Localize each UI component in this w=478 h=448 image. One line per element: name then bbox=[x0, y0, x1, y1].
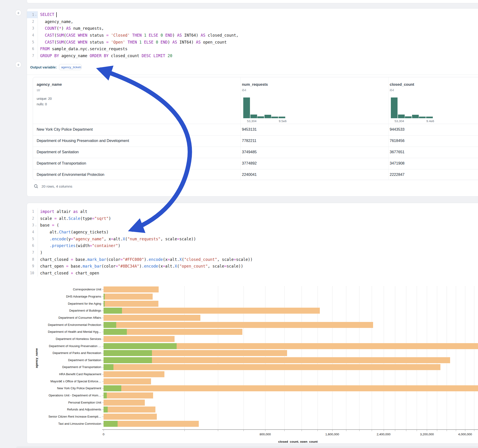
code-line[interactable]: 6 .properties(width="container") bbox=[27, 242, 478, 249]
table-row[interactable]: Department of Sanitation37494853677651 bbox=[33, 147, 478, 158]
histogram-bar bbox=[405, 116, 412, 118]
column-type-num-requests: i64 bbox=[242, 88, 246, 92]
code-line[interactable]: 2scale = alt.Scale(type="sqrt") bbox=[27, 215, 478, 222]
line-number: 3⌄ bbox=[27, 222, 38, 229]
histogram-bar bbox=[391, 98, 397, 118]
row-count-label: 20 rows, 4 columns bbox=[42, 184, 72, 188]
code-text: CAST(SUM(CASE WHEN status = 'Open' THEN … bbox=[38, 40, 227, 44]
chart-bar-closed bbox=[104, 315, 200, 321]
table-row[interactable]: New York City Police Department945313194… bbox=[33, 124, 478, 136]
code-line[interactable]: 3 COUNT(*) AS num_requests, bbox=[27, 25, 478, 32]
code-line[interactable]: 4 alt.Chart(agency_tickets) bbox=[27, 229, 478, 236]
x-axis-tick bbox=[437, 430, 437, 431]
table-row[interactable]: Department of Transportation377489234719… bbox=[33, 158, 478, 169]
code-line[interactable]: 5 CAST(SUM(CASE WHEN status = 'Open' THE… bbox=[27, 39, 478, 46]
y-axis-label: Department for the Aging bbox=[32, 302, 101, 305]
column-type-agency-name: str bbox=[37, 88, 40, 92]
code-line[interactable]: 5 .encode(y="agency_name", x=alt.X("num_… bbox=[27, 236, 478, 243]
table-footer: 20 rows, 4 columns bbox=[34, 184, 72, 188]
y-axis-label: Department of Buildings bbox=[32, 309, 101, 312]
y-axis-label: Correspondence Unit bbox=[32, 288, 101, 291]
code-line[interactable]: 8chart_closed = base.mark_bar(color="#FF… bbox=[27, 256, 478, 263]
line-number: 8 bbox=[27, 256, 38, 263]
chart-bar-open bbox=[104, 301, 105, 307]
x-axis-domain bbox=[102, 429, 478, 430]
column-stat-unique: unique: 20 bbox=[37, 97, 52, 100]
results-table-panel: agency_name str unique: 20 nulls: 0 num_… bbox=[33, 77, 478, 180]
column-header-closed-count[interactable]: closed_count bbox=[390, 82, 414, 87]
code-line[interactable]: 1import altair as alt bbox=[27, 208, 478, 215]
column-type-closed-count: i64 bbox=[390, 88, 394, 92]
histogram-num-requests bbox=[243, 98, 286, 118]
x-axis-tick bbox=[474, 430, 474, 431]
line-number: 4 bbox=[27, 229, 38, 236]
x-axis-tick-label: 2,400,000 bbox=[377, 433, 391, 436]
table-cell: 9443533 bbox=[390, 127, 404, 132]
x-axis-tick-label: 1,600,000 bbox=[325, 433, 339, 436]
code-text: scale = alt.Scale(type="sqrt") bbox=[38, 216, 111, 221]
python-cell: 1import altair as alt2scale = alt.Scale(… bbox=[27, 203, 478, 444]
add-block-button-top[interactable]: + bbox=[15, 10, 21, 16]
histogram-max-label: 9.4e6 bbox=[426, 119, 434, 123]
python-code-editor[interactable]: 1import altair as alt2scale = alt.Scale(… bbox=[27, 208, 478, 277]
chart-bar-closed bbox=[104, 414, 157, 420]
chart-bar-closed bbox=[104, 336, 175, 342]
y-axis-label: Operations Unit - Department of Hom… bbox=[32, 394, 101, 397]
line-number: 5 bbox=[27, 39, 38, 46]
fold-chevron-icon[interactable]: ⌄ bbox=[34, 13, 38, 16]
chart-bar-open bbox=[104, 329, 127, 335]
add-block-button-output[interactable]: + bbox=[15, 62, 21, 68]
x-axis-tick bbox=[184, 430, 185, 431]
histogram-bar bbox=[264, 115, 271, 118]
x-axis-tick bbox=[346, 430, 346, 431]
search-icon[interactable] bbox=[34, 184, 38, 188]
code-line[interactable]: 7) bbox=[27, 249, 478, 256]
chart-bar-open bbox=[104, 364, 113, 370]
chart-bar-closed bbox=[104, 406, 155, 412]
x-axis-tick bbox=[244, 430, 244, 431]
code-text: base = ( bbox=[38, 223, 59, 227]
table-cell: Department of Sanitation bbox=[37, 150, 79, 154]
code-line[interactable]: 10chart_closed + chart_open bbox=[27, 270, 478, 277]
column-header-agency-name[interactable]: agency_name bbox=[37, 82, 62, 87]
fold-chevron-icon[interactable]: ⌄ bbox=[34, 224, 38, 227]
chart-bar-closed bbox=[104, 301, 158, 307]
output-variable-input[interactable]: agency_tickets bbox=[59, 64, 82, 70]
column-header-num-requests[interactable]: num_requests bbox=[242, 82, 268, 87]
histogram-bar bbox=[412, 115, 419, 118]
code-line[interactable]: 1⌄SELECT bbox=[27, 11, 478, 18]
table-cell: 3471908 bbox=[390, 161, 404, 165]
line-number: 1⌄ bbox=[27, 11, 38, 18]
table-cell: 7782211 bbox=[242, 138, 256, 143]
x-axis-tick bbox=[447, 430, 447, 431]
output-variable-label: Output variable: bbox=[30, 65, 57, 69]
chart-bar-open bbox=[104, 406, 108, 412]
code-line[interactable]: 2 agency_name, bbox=[27, 18, 478, 25]
sql-code-editor[interactable]: 1⌄SELECT2 agency_name,3 COUNT(*) AS num_… bbox=[27, 11, 478, 59]
code-text: ) bbox=[38, 250, 42, 255]
code-text: alt.Chart(agency_tickets) bbox=[38, 230, 109, 234]
code-line[interactable]: 7GROUP BY agency_name ORDER BY closed_co… bbox=[27, 52, 478, 59]
code-line[interactable]: 9chart_open = base.mark_bar(color="#8BC3… bbox=[27, 263, 478, 270]
code-line[interactable]: 6FROM sample_data.nyc.service_requests bbox=[27, 45, 478, 52]
code-text: agency_name, bbox=[38, 19, 73, 24]
chart-bar-closed bbox=[104, 371, 164, 377]
table-cell: 3774892 bbox=[242, 161, 257, 165]
histogram-bar bbox=[278, 117, 285, 118]
table-row[interactable]: Department of Housing Preservation and D… bbox=[33, 135, 478, 147]
table-cell: 3677651 bbox=[390, 150, 404, 154]
table-row[interactable]: Department of Environmental Protection22… bbox=[33, 169, 478, 180]
chart-bar-closed bbox=[104, 364, 440, 370]
y-axis-label: Refunds and Adjustments bbox=[32, 408, 101, 411]
chart-bar-open bbox=[104, 357, 152, 363]
x-axis-tick bbox=[456, 430, 456, 431]
x-axis-tick-label: 4,000,000 bbox=[458, 433, 472, 436]
y-axis-label: Department of Environmental Protection bbox=[32, 323, 101, 327]
table-cell: Department of Transportation bbox=[37, 161, 86, 165]
x-axis-tick bbox=[332, 430, 333, 431]
table-cell: New York City Police Department bbox=[37, 127, 93, 132]
code-text: FROM sample_data.nyc.service_requests bbox=[38, 47, 127, 51]
code-line[interactable]: 4 CAST(SUM(CASE WHEN status = 'Closed' T… bbox=[27, 32, 478, 39]
code-text: COUNT(*) AS num_requests, bbox=[38, 26, 104, 31]
code-line[interactable]: 3⌄base = ( bbox=[27, 222, 478, 229]
